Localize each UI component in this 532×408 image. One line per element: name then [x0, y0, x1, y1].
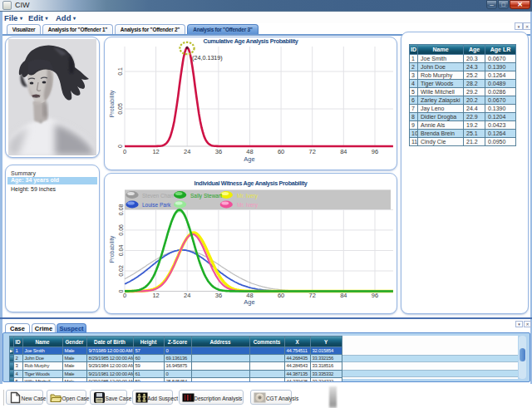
svg-text:Louise Park: Louise Park: [142, 202, 171, 208]
svg-text:96: 96: [372, 292, 378, 299]
svg-text:0.04: 0.04: [118, 245, 124, 257]
svg-text:0.08: 0.08: [118, 204, 124, 215]
svg-text:12: 12: [152, 292, 159, 299]
svg-text:0: 0: [117, 145, 123, 148]
svg-text:84: 84: [340, 148, 347, 155]
svg-text:36: 36: [215, 292, 222, 299]
svg-text:36: 36: [215, 148, 222, 155]
svg-text:96: 96: [372, 148, 378, 155]
svg-text:0: 0: [118, 289, 124, 292]
svg-text:0.1: 0.1: [117, 67, 123, 76]
svg-text:(24,0.1319): (24,0.1319): [192, 54, 223, 61]
svg-text:84: 84: [340, 292, 347, 299]
svg-text:72: 72: [309, 292, 316, 299]
svg-text:0: 0: [123, 148, 126, 155]
svg-text:72: 72: [309, 148, 316, 155]
svg-text:Mr. Ivery: Mr. Ivery: [237, 193, 259, 199]
svg-text:60: 60: [278, 148, 284, 155]
svg-text:24: 24: [184, 292, 190, 299]
svg-text:0.06: 0.06: [118, 224, 124, 236]
svg-text:12: 12: [152, 148, 159, 155]
svg-text:24: 24: [184, 148, 190, 155]
svg-text:Age: Age: [244, 155, 254, 163]
svg-text:Steven Chan: Steven Chan: [142, 193, 174, 199]
svg-text:Mr. Ivery: Mr. Ivery: [237, 202, 259, 209]
svg-text:Probability: Probability: [109, 235, 116, 263]
svg-text:0.02: 0.02: [118, 265, 124, 277]
svg-text:Age: Age: [244, 298, 254, 306]
svg-text:0.05: 0.05: [117, 103, 123, 115]
svg-text:Sally Stewart: Sally Stewart: [190, 193, 222, 199]
svg-text:60: 60: [278, 292, 284, 299]
svg-text:Probability: Probability: [109, 90, 116, 117]
svg-text:0: 0: [123, 292, 126, 299]
